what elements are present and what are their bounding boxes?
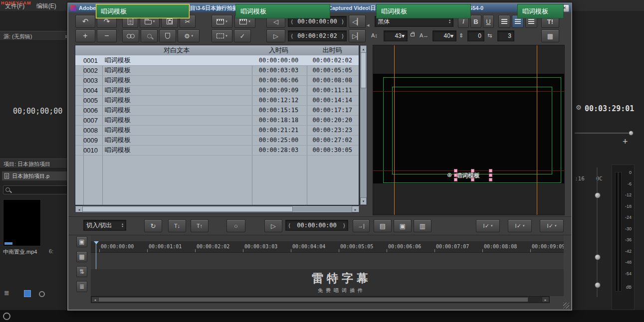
- get-out-point-button[interactable]: ▷: [266, 29, 285, 42]
- table-row[interactable]: 0008唱词模板00:00:21:2100:00:23:23: [75, 125, 359, 136]
- row-text[interactable]: 唱词模板: [102, 66, 251, 75]
- header-in[interactable]: 入时码: [251, 46, 306, 55]
- find-button[interactable]: [122, 29, 139, 42]
- row-out-timecode[interactable]: 00:00:20:20: [306, 117, 359, 124]
- row-text[interactable]: 唱词模板: [102, 96, 251, 105]
- sync-loop-button[interactable]: ↻: [144, 219, 162, 232]
- spinner-icon[interactable]: ▴▾: [122, 223, 123, 228]
- line-count-value[interactable]: 3: [500, 32, 511, 39]
- track-3-check-button[interactable]: I✓▾: [540, 219, 564, 232]
- scroll-left-icon[interactable]: ◂: [75, 206, 83, 212]
- background-toggle-button[interactable]: ▥: [414, 219, 431, 232]
- zoom-button[interactable]: [141, 29, 158, 42]
- table-row[interactable]: 0002唱词模板00:00:03:0300:00:05:05: [75, 65, 359, 76]
- go-to-end-button[interactable]: →|: [353, 219, 370, 232]
- header-out[interactable]: 出时码: [306, 46, 359, 55]
- apply-out-button[interactable]: ▷▏: [349, 29, 366, 42]
- icon-view-toggle[interactable]: [24, 290, 31, 297]
- line-count-field[interactable]: 3: [497, 30, 514, 41]
- row-out-timecode[interactable]: 00:00:14:14: [306, 97, 359, 104]
- row-out-timecode[interactable]: 00:00:23:23: [306, 127, 359, 134]
- fader-knob[interactable]: [595, 254, 601, 260]
- selection-handle[interactable]: [471, 169, 474, 172]
- selection-handle[interactable]: [489, 173, 492, 177]
- dropdown-icon[interactable]: ▾: [402, 32, 405, 39]
- project-panel-tab[interactable]: 项目: 日本旅拍项目: [0, 159, 72, 168]
- resize-grip[interactable]: [563, 303, 569, 309]
- row-in-timecode[interactable]: 00:00:00:00: [251, 57, 306, 64]
- zoom-slider-handle[interactable]: [629, 131, 634, 136]
- layout-grid-button[interactable]: ▦: [541, 29, 559, 42]
- selection-handle[interactable]: [454, 169, 457, 172]
- caption-clip[interactable]: 唱词模板: [235, 4, 330, 18]
- scroll-left-icon[interactable]: ◂: [91, 297, 99, 303]
- timeline-pages-button[interactable]: ▦: [76, 251, 87, 262]
- scrollbar-thumb[interactable]: [82, 206, 293, 212]
- selection-handle[interactable]: [489, 169, 492, 172]
- playhead-marker[interactable]: [94, 241, 99, 247]
- preview-monitor[interactable]: ⊕ 唱词模板: [373, 45, 565, 215]
- row-text[interactable]: 唱词模板: [102, 126, 251, 135]
- timing-up-button[interactable]: T↑: [191, 219, 209, 232]
- source-monitor-tab[interactable]: 源: (无剪辑) ≡: [0, 31, 72, 41]
- row-in-timecode[interactable]: 00:00:21:21: [251, 127, 306, 134]
- scroll-right-icon[interactable]: ▸: [352, 206, 359, 212]
- table-row[interactable]: 0001唱词模板00:00:00:0000:00:02:02: [75, 55, 359, 66]
- dropdown-icon[interactable]: ▾: [450, 32, 453, 39]
- align-left-button[interactable]: [498, 15, 510, 28]
- table-row[interactable]: 0010唱词模板00:00:28:0300:00:30:05: [75, 145, 359, 156]
- row-out-timecode[interactable]: 00:00:27:02: [306, 137, 359, 144]
- caption-clip[interactable]: 唱词模板: [376, 4, 471, 18]
- clip-thumbnail[interactable]: [3, 199, 41, 246]
- apply-style-button[interactable]: ✓: [234, 29, 251, 42]
- increment-icon[interactable]: ⟩: [342, 33, 344, 39]
- caption-clip[interactable]: 唱词模板: [517, 4, 564, 18]
- lock-icon[interactable]: [411, 33, 415, 36]
- row-in-timecode[interactable]: 00:00:09:09: [251, 87, 306, 94]
- selection-handle[interactable]: [454, 178, 457, 181]
- remove-row-button[interactable]: −: [97, 29, 117, 42]
- apply-in-button[interactable]: ◁▏: [349, 15, 366, 28]
- out-timecode-value[interactable]: 00:00:02:02: [293, 32, 341, 39]
- row-in-timecode[interactable]: 00:00:12:12: [251, 97, 306, 104]
- scroll-right-icon[interactable]: ▸: [542, 297, 549, 303]
- marquee-style-button[interactable]: ▾: [212, 29, 232, 42]
- row-in-timecode[interactable]: 00:00:25:00: [251, 137, 306, 144]
- header-text[interactable]: 对白文本: [102, 46, 251, 55]
- current-timecode-value[interactable]: 00:00:00:00: [290, 222, 343, 229]
- font-size-field[interactable]: 43 ▾: [384, 30, 408, 41]
- row-text[interactable]: 唱词模板: [102, 106, 251, 115]
- caption-track[interactable]: [91, 253, 564, 270]
- table-row[interactable]: 0006唱词模板00:00:15:1500:00:17:17: [75, 105, 359, 116]
- row-out-timecode[interactable]: 00:00:30:05: [306, 147, 359, 154]
- edit-mode-select[interactable]: 切入/切出 ▴▾: [83, 220, 126, 231]
- list-view-icon[interactable]: ≣: [4, 289, 9, 297]
- row-text[interactable]: 唱词模板: [102, 146, 251, 155]
- table-row[interactable]: 0003唱词模板00:00:06:0600:00:08:08: [75, 75, 359, 86]
- scroll-up-icon[interactable]: ▴: [360, 45, 367, 53]
- caption-text[interactable]: 唱词模板: [456, 171, 480, 180]
- project-bin-item[interactable]: 日本旅拍项目.p: [2, 171, 70, 180]
- table-row[interactable]: 0007唱词模板00:00:18:1800:00:20:20: [75, 115, 359, 126]
- timing-down-button[interactable]: T↓: [168, 219, 186, 232]
- style-badge-button[interactable]: [159, 29, 176, 42]
- fader-knob[interactable]: [595, 282, 601, 288]
- table-row[interactable]: 0005唱词模板00:00:12:1200:00:14:14: [75, 95, 359, 106]
- caption-clip[interactable]: 唱词模板: [96, 4, 190, 18]
- row-in-timecode[interactable]: 00:00:15:15: [251, 107, 306, 114]
- table-row[interactable]: 0004唱词模板00:00:09:0900:00:11:11: [75, 85, 359, 96]
- scrollbar-thumb[interactable]: [361, 52, 366, 88]
- underline-button[interactable]: U: [483, 15, 494, 28]
- table-horizontal-scrollbar[interactable]: ◂ ▸: [75, 205, 360, 213]
- in-timecode-value[interactable]: 00:00:00:00: [293, 18, 341, 25]
- row-out-timecode[interactable]: 00:00:05:05: [306, 67, 359, 74]
- collapse-pane-icon[interactable]: ◀: [367, 23, 369, 27]
- timeline-layers-button[interactable]: ≣: [76, 281, 87, 292]
- row-out-timecode[interactable]: 00:00:17:17: [306, 107, 359, 114]
- safe-area-toggle-button[interactable]: ▤: [374, 219, 392, 232]
- row-out-timecode[interactable]: 00:00:02:02: [306, 57, 359, 64]
- selection-handle[interactable]: [454, 173, 457, 177]
- baseline-offset-field[interactable]: 0: [467, 30, 484, 41]
- char-spacing-field[interactable]: 40 ▾: [432, 30, 456, 41]
- wrench-icon[interactable]: ⚙: [576, 104, 582, 111]
